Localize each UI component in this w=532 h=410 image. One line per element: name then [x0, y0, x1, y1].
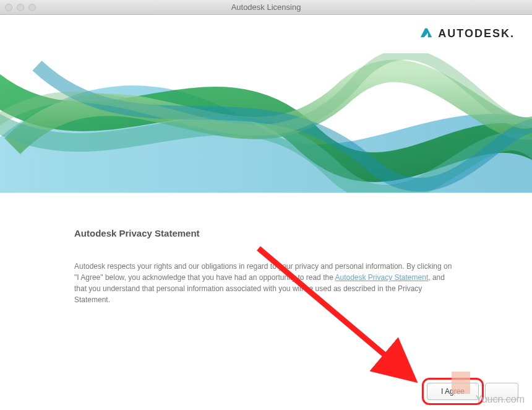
privacy-statement-link[interactable]: Autodesk Privacy Statement	[335, 273, 428, 282]
hero-banner	[0, 53, 532, 193]
close-traffic-light[interactable]	[5, 4, 12, 11]
autodesk-logo-icon	[419, 26, 433, 42]
privacy-heading: Autodesk Privacy Statement	[74, 228, 458, 238]
brand-bar: AUTODESK.	[0, 15, 532, 53]
window-controls	[5, 4, 36, 11]
zoom-traffic-light[interactable]	[28, 4, 36, 11]
window-title: Autodesk Licensing	[0, 2, 532, 12]
brand-container: AUTODESK.	[419, 26, 515, 42]
watermark-block	[452, 372, 470, 394]
privacy-body: Autodesk respects your rights and our ob…	[74, 261, 458, 305]
window-titlebar: Autodesk Licensing	[0, 0, 532, 15]
minimize-traffic-light[interactable]	[17, 4, 24, 11]
brand-name: AUTODESK.	[438, 27, 515, 40]
watermark-text: Yuucn.com	[476, 394, 525, 405]
content-area: Autodesk Privacy Statement Autodesk resp…	[0, 193, 532, 305]
